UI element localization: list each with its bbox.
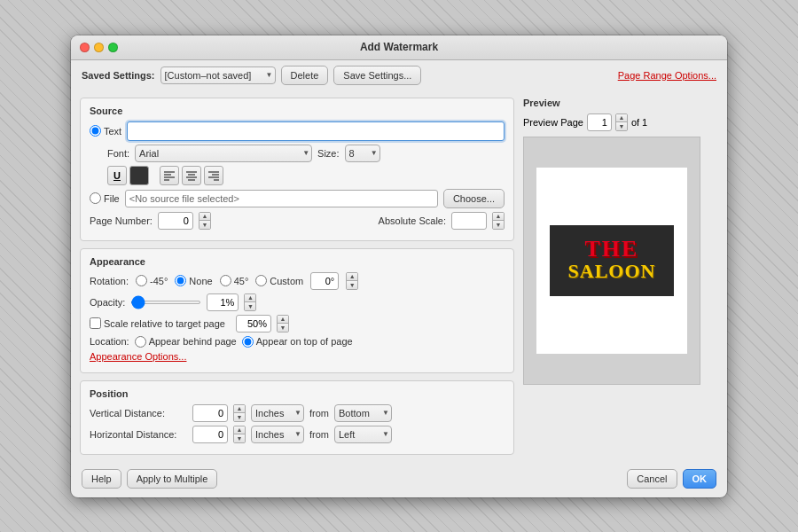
color-button[interactable] [129, 166, 149, 185]
text-radio-label[interactable]: Text [90, 125, 121, 137]
page-number-input[interactable] [158, 212, 193, 230]
vertical-down[interactable]: ▼ [234, 413, 245, 421]
source-section: Source Text Font: Arial [80, 98, 514, 241]
size-select-wrapper: 8 ▼ [345, 145, 380, 162]
rotation-custom-stepper[interactable]: ▲ ▼ [346, 272, 358, 290]
horizontal-from-wrapper: Left ▼ [334, 426, 392, 443]
vertical-stepper[interactable]: ▲ ▼ [233, 404, 246, 422]
vertical-label: Vertical Distance: [90, 408, 187, 419]
file-row: File Choose... [90, 189, 505, 208]
page-number-down[interactable]: ▼ [200, 221, 210, 229]
align-left-button[interactable] [160, 166, 179, 185]
page-number-stepper[interactable]: ▲ ▼ [199, 212, 211, 230]
text-input[interactable] [127, 121, 505, 141]
footer-left: Help Apply to Multiple [82, 469, 217, 489]
font-select[interactable]: Arial [135, 145, 312, 162]
preview-page-down[interactable]: ▼ [616, 122, 627, 130]
rotation-none-label[interactable]: None [175, 275, 212, 286]
rotation-pos45-label[interactable]: 45° [220, 275, 249, 286]
preview-page-stepper[interactable]: ▲ ▼ [615, 113, 628, 131]
absolute-scale-label: Absolute Scale: [379, 215, 446, 226]
horizontal-up[interactable]: ▲ [234, 426, 245, 435]
cancel-button[interactable]: Cancel [627, 469, 677, 489]
preview-section: Preview Preview Page ▲ ▼ of 1 THE SALOON [523, 98, 718, 385]
file-radio[interactable] [90, 192, 101, 204]
delete-button[interactable]: Delete [281, 66, 329, 85]
horizontal-stepper[interactable]: ▲ ▼ [233, 426, 246, 443]
appearance-title: Appearance [90, 256, 505, 267]
rotation-pos45-radio[interactable] [220, 275, 231, 286]
page-range-button[interactable]: Page Range Options... [618, 70, 716, 81]
maximize-button[interactable] [108, 43, 118, 52]
align-right-button[interactable] [204, 166, 223, 185]
appearance-section: Appearance Rotation: -45° None 45° [80, 248, 514, 373]
opacity-slider[interactable] [130, 301, 201, 304]
rotation-neg45-radio[interactable] [136, 275, 147, 286]
help-button[interactable]: Help [82, 469, 121, 489]
watermark-line1: THE [585, 238, 639, 261]
apply-multiple-button[interactable]: Apply to Multiple [127, 469, 218, 489]
location-behind-radio[interactable] [135, 336, 146, 348]
vertical-unit-select[interactable]: Inches [251, 404, 304, 422]
horizontal-from-label: from [309, 429, 329, 440]
vertical-up[interactable]: ▲ [234, 405, 245, 414]
vertical-from-select[interactable]: Bottom [334, 404, 392, 422]
rotation-up[interactable]: ▲ [347, 273, 357, 282]
horizontal-down[interactable]: ▼ [234, 434, 245, 442]
vertical-input[interactable] [192, 404, 228, 422]
horizontal-unit-select[interactable]: Inches [251, 426, 304, 443]
scale-stepper[interactable]: ▲ ▼ [277, 315, 289, 332]
appearance-options-button[interactable]: Appearance Options... [90, 351, 186, 362]
minimize-button[interactable] [94, 43, 104, 52]
close-button[interactable] [80, 43, 90, 52]
opacity-down[interactable]: ▼ [245, 302, 255, 310]
rotation-none-radio[interactable] [175, 275, 186, 286]
scale-down[interactable]: ▼ [278, 324, 288, 332]
absolute-scale-down[interactable]: ▼ [493, 221, 504, 229]
font-label: Font: [107, 148, 129, 159]
choose-button[interactable]: Choose... [443, 189, 505, 208]
scale-row: Scale relative to target page ▲ ▼ [90, 315, 505, 332]
appearance-options-row: Appearance Options... [90, 351, 505, 362]
preview-of-label: of 1 [631, 117, 647, 128]
rotation-custom-label[interactable]: Custom [255, 275, 303, 286]
font-row: Font: Arial ▼ Size: 8 ▼ [107, 145, 505, 162]
file-radio-label[interactable]: File [90, 192, 120, 204]
opacity-up[interactable]: ▲ [245, 294, 255, 303]
location-top-label[interactable]: Appear on top of page [242, 336, 353, 348]
size-select[interactable]: 8 [345, 145, 380, 162]
rotation-neg45-label[interactable]: -45° [136, 275, 168, 286]
page-number-up[interactable]: ▲ [200, 213, 210, 222]
location-row: Location: Appear behind page Appear on t… [90, 336, 505, 348]
horizontal-from-select[interactable]: Left [334, 426, 392, 443]
scale-checkbox-label[interactable]: Scale relative to target page [90, 317, 225, 329]
rotation-custom-radio[interactable] [255, 275, 267, 286]
absolute-scale-up[interactable]: ▲ [493, 213, 504, 222]
absolute-scale-input[interactable] [451, 212, 487, 230]
text-radio[interactable] [90, 125, 101, 137]
saved-settings-select[interactable]: [Custom–not saved] [160, 66, 276, 84]
absolute-scale-stepper[interactable]: ▲ ▼ [492, 212, 505, 230]
toolbar-row: U [107, 166, 505, 185]
rotation-down[interactable]: ▼ [347, 281, 357, 289]
save-settings-button[interactable]: Save Settings... [333, 66, 421, 85]
location-top-radio[interactable] [242, 336, 254, 348]
ok-button[interactable]: OK [683, 469, 717, 489]
preview-page-input[interactable] [587, 113, 612, 131]
horizontal-input[interactable] [192, 426, 228, 443]
align-center-button[interactable] [182, 166, 201, 185]
location-behind-label[interactable]: Appear behind page [135, 336, 237, 348]
font-select-wrapper: Arial ▼ [135, 145, 312, 162]
text-row: Text [90, 121, 505, 141]
opacity-input[interactable] [207, 293, 239, 311]
scale-checkbox[interactable] [90, 317, 101, 329]
opacity-label: Opacity: [90, 297, 125, 308]
scale-up[interactable]: ▲ [278, 316, 288, 325]
underline-button[interactable]: U [107, 166, 127, 185]
preview-page-up[interactable]: ▲ [616, 114, 627, 123]
rotation-custom-input[interactable] [310, 272, 339, 290]
scale-input[interactable] [236, 315, 271, 332]
preview-inner: THE SALOON [536, 168, 687, 354]
opacity-stepper[interactable]: ▲ ▼ [244, 293, 256, 311]
vertical-from-wrapper: Bottom ▼ [334, 404, 392, 422]
